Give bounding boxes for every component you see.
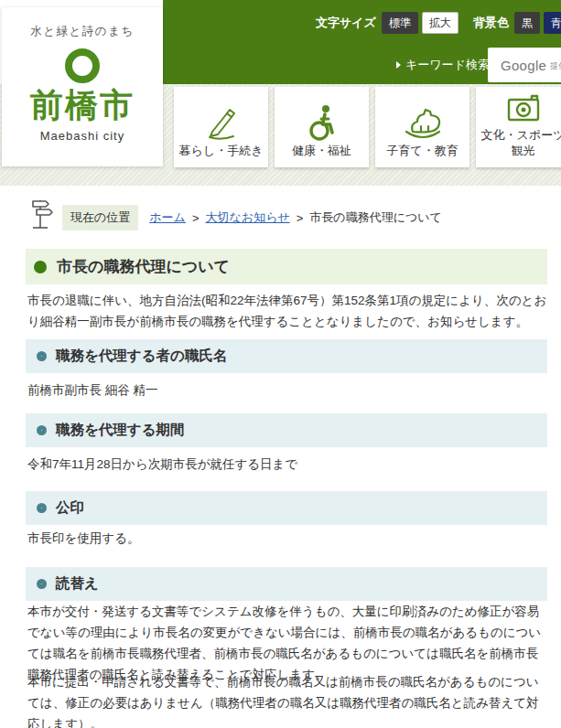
breadcrumb: 現在の位置 ホーム > 大切なお知らせ > 市長の職務代理について	[27, 198, 442, 230]
city-tagline: 水と緑と詩のまち	[2, 24, 163, 39]
section-heading: 職務を代理する期間	[56, 421, 185, 440]
tab-label: 子育て・教育	[386, 144, 458, 159]
intro-paragraph: 市長の退職に伴い、地方自治法(昭和22年法律第67号）第152条第1項の規定によ…	[27, 290, 547, 332]
teal-ring-icon	[37, 425, 47, 435]
triangle-icon	[396, 61, 401, 69]
breadcrumb-category-link[interactable]: 大切なお知らせ	[206, 209, 290, 226]
section-heading-bar: 職務を代理する期間	[26, 413, 547, 447]
page-title-bar: 市長の職務代理について	[26, 249, 547, 284]
breadcrumb-separator: >	[297, 211, 304, 225]
section-heading-bar: 職務を代理する者の職氏名	[26, 339, 547, 373]
tab-label: 文化・スポーツ観光	[476, 128, 561, 159]
bg-black-button[interactable]: 黒	[514, 12, 540, 34]
search-input[interactable]: Google 提供	[488, 48, 561, 82]
pen-icon	[201, 102, 242, 144]
tab-label: 暮らし・手続き	[179, 144, 264, 159]
teal-ring-icon	[37, 579, 47, 589]
keyword-search-label: キーワード検索	[405, 57, 490, 73]
font-size-standard-button[interactable]: 標準	[382, 12, 418, 34]
teal-ring-icon	[37, 351, 47, 361]
section-paragraph: 前橋市副市長 細谷 精一	[27, 380, 547, 401]
page: 文字サイズ 標準 拡大 背景色 黒 青 標準 キーワード検索 Google 提供…	[0, 0, 561, 728]
rocking-horse-icon	[401, 102, 445, 144]
keyword-search: キーワード検索	[396, 57, 490, 73]
tab-kurashi[interactable]: 暮らし・手続き	[174, 87, 268, 167]
section-paragraph: 令和7年11月28日から次期市長が就任する日まで	[27, 454, 547, 475]
teal-ring-icon	[37, 503, 47, 513]
tab-kenko[interactable]: 健康・福祉	[275, 87, 369, 167]
green-ring-icon	[34, 261, 47, 273]
section-heading: 公印	[56, 498, 84, 518]
breadcrumb-home-link[interactable]: ホーム	[149, 209, 186, 226]
bg-blue-button[interactable]: 青	[544, 12, 561, 34]
main-nav: 暮らし・手続き 健康・福祉 子育て・教育	[174, 87, 561, 167]
section-paragraph: 本市に提出・申請される文書等で、前橋市長の職名又は前橋市長の職氏名があるものにつ…	[27, 671, 547, 728]
signpost-icon	[27, 198, 57, 230]
breadcrumb-separator: >	[192, 211, 200, 225]
wheelchair-icon	[304, 102, 340, 144]
breadcrumb-current: 市長の職務代理について	[309, 209, 442, 226]
section-heading-bar: 公印	[26, 491, 547, 525]
tab-bunka[interactable]: 文化・スポーツ観光	[476, 87, 561, 167]
accessibility-controls: 文字サイズ 標準 拡大 背景色 黒 青 標準	[316, 12, 561, 34]
section-heading: 職務を代理する者の職氏名	[56, 347, 227, 366]
tab-kosodate[interactable]: 子育て・教育	[375, 87, 469, 167]
city-name-en: Maebashi city	[2, 129, 163, 143]
breadcrumb-label: 現在の位置	[62, 205, 138, 230]
font-size-label: 文字サイズ	[316, 15, 376, 31]
section-paragraph: 市長印を使用する。	[27, 528, 547, 549]
section-heading-bar: 読替え	[26, 567, 547, 601]
site-logo[interactable]: 水と緑と詩のまち 前橋市 Maebashi city	[2, 7, 163, 166]
bg-color-label: 背景色	[473, 15, 509, 31]
tab-label: 健康・福祉	[292, 144, 351, 159]
page-title: 市長の職務代理について	[57, 256, 230, 277]
font-size-large-button[interactable]: 拡大	[422, 12, 459, 34]
city-logo-ring-icon	[65, 48, 100, 83]
google-logo: Google	[501, 58, 546, 73]
section-heading: 読替え	[56, 574, 99, 594]
search-provided-by: 提供	[550, 58, 561, 72]
city-name: 前橋市	[2, 87, 163, 123]
camera-icon	[503, 87, 544, 128]
